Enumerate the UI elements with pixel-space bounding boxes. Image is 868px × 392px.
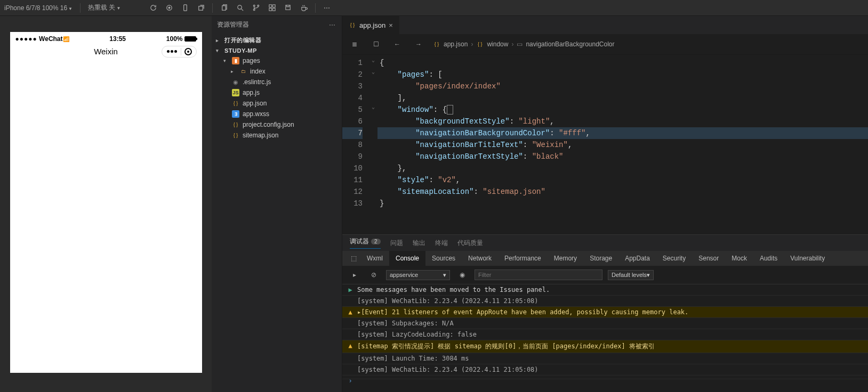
file-app-js[interactable]: JSapp.js	[212, 87, 342, 98]
open-editors-section[interactable]: ▸打开的编辑器	[212, 35, 342, 46]
copy-icon[interactable]	[217, 1, 231, 15]
devtab-audits[interactable]: Audits	[753, 251, 784, 266]
clear-icon[interactable]: ⊘	[367, 268, 381, 282]
explorer-title: 资源管理器	[217, 20, 249, 29]
tab-problems[interactable]: 问题	[390, 239, 403, 248]
play-icon[interactable]: ▸	[348, 268, 361, 282]
blocks-icon[interactable]	[265, 1, 279, 15]
devtab-performance[interactable]: Performance	[498, 251, 548, 266]
devtab-appdata[interactable]: AppData	[618, 251, 656, 266]
code-body[interactable]: { "pages": [ "pages/index/index" ], "win…	[377, 55, 868, 234]
refresh-icon[interactable]	[146, 1, 160, 15]
svg-point-8	[258, 5, 259, 6]
devtab-console[interactable]: Console	[389, 251, 425, 266]
tab-app-json[interactable]: { } app.json ×	[342, 16, 399, 34]
save-all-icon[interactable]	[281, 1, 295, 15]
file-project-config[interactable]: { }project.config.json	[212, 119, 342, 130]
close-icon[interactable]: ×	[389, 21, 393, 29]
devtab-security[interactable]: Security	[656, 251, 692, 266]
svg-point-1	[168, 7, 170, 9]
inspect-icon[interactable]: ⬚	[347, 251, 360, 265]
search-icon[interactable]	[233, 1, 247, 15]
record-icon[interactable]	[162, 1, 176, 15]
svg-point-6	[253, 5, 255, 6]
devtab-wxml[interactable]: Wxml	[360, 251, 389, 266]
top-toolbar: iPhone 6/7/8 100% 16▼ 热重载 关▼ ⋯	[0, 0, 868, 16]
svg-rect-12	[272, 8, 275, 11]
svg-rect-13	[286, 5, 290, 10]
page-title: Weixin	[94, 47, 118, 56]
bookmark-icon[interactable]: ☐	[369, 37, 383, 51]
svg-rect-10	[272, 5, 275, 7]
phone-status-bar: ●●●●● WeChat📶 13:55 100%	[10, 32, 202, 44]
target-icon[interactable]	[184, 48, 192, 55]
svg-rect-9	[269, 5, 272, 7]
file-app-json[interactable]: { }app.json	[212, 98, 342, 109]
phone-time: 13:55	[109, 35, 126, 43]
coffee-icon[interactable]	[297, 1, 311, 15]
devtools-tabs: ⬚ Wxml Console Sources Network Performan…	[342, 251, 868, 266]
project-root[interactable]: ▾STUDY-MP	[212, 46, 342, 55]
capsule-button[interactable]	[162, 46, 197, 58]
folder-pages[interactable]: ▾▮pages	[212, 55, 342, 66]
devtab-memory[interactable]: Memory	[548, 251, 583, 266]
context-selector[interactable]: appservice▾	[386, 270, 450, 280]
svg-point-5	[238, 5, 242, 10]
simulator-panel: ●●●●● WeChat📶 13:55 100% Weixin	[0, 16, 212, 392]
devtab-mock[interactable]: Mock	[725, 251, 753, 266]
eye-icon[interactable]: ◉	[455, 268, 469, 282]
hot-reload-toggle[interactable]: 热重载 关▼	[88, 3, 120, 12]
code-editor[interactable]: 1 2 3 4 5 6 7 8 9 10 11 12 13 ⌄⌄⌄	[342, 55, 868, 234]
list-icon[interactable]: ≣	[348, 37, 361, 51]
svg-rect-4	[222, 6, 226, 10]
svg-rect-11	[269, 8, 272, 11]
breadcrumb[interactable]: { }app.json › { }window › ▭ navigationBa…	[433, 40, 615, 48]
battery-icon	[184, 36, 196, 42]
phone-icon[interactable]	[178, 1, 192, 15]
detach-icon[interactable]	[194, 1, 208, 15]
line-gutter: 1 2 3 4 5 6 7 8 9 10 11 12 13	[342, 55, 369, 234]
folder-index[interactable]: ▸🗀index	[212, 66, 342, 77]
more-icon[interactable]: ⋯	[320, 1, 334, 15]
explorer-panel: 资源管理器 ⋯ ▸打开的编辑器 ▾STUDY-MP ▾▮pages ▸🗀inde…	[212, 16, 342, 392]
forward-icon[interactable]: →	[412, 37, 425, 51]
levels-selector[interactable]: Default levels ▾	[608, 270, 654, 280]
tab-output[interactable]: 输出	[413, 239, 425, 248]
file-app-wxss[interactable]: ∃app.wxss	[212, 109, 342, 119]
device-selector[interactable]: iPhone 6/7/8 100% 16▼	[4, 4, 73, 12]
tab-debugger[interactable]: 调试器2	[350, 237, 381, 249]
file-eslintrc[interactable]: ◉.eslintrc.js	[212, 77, 342, 87]
phone-preview: ●●●●● WeChat📶 13:55 100% Weixin	[10, 32, 202, 373]
svg-rect-3	[199, 6, 203, 11]
file-sitemap[interactable]: { }sitemap.json	[212, 130, 342, 141]
fold-column[interactable]: ⌄⌄⌄	[369, 55, 377, 234]
devtab-storage[interactable]: Storage	[583, 251, 618, 266]
console-output[interactable]: ▶Some messages have been moved to the Is…	[342, 284, 868, 392]
editor-tabs: { } app.json ×	[342, 16, 868, 34]
devtab-network[interactable]: Network	[462, 251, 498, 266]
filter-input[interactable]	[475, 270, 602, 280]
svg-rect-2	[183, 5, 187, 11]
devtab-vulnerability[interactable]: Vulnerability	[784, 251, 831, 266]
tab-terminal[interactable]: 终端	[435, 239, 448, 248]
git-branch-icon[interactable]	[249, 1, 263, 15]
devtab-sources[interactable]: Sources	[425, 251, 462, 266]
devtab-sensor[interactable]: Sensor	[692, 251, 725, 266]
svg-point-7	[253, 9, 255, 11]
back-icon[interactable]: ←	[390, 37, 404, 51]
bottom-panel: 调试器2 问题 输出 终端 代码质量 ⬚ Wxml Console Source…	[342, 234, 868, 392]
tab-code-quality[interactable]: 代码质量	[457, 239, 483, 248]
more-icon[interactable]: ⋯	[329, 21, 336, 29]
